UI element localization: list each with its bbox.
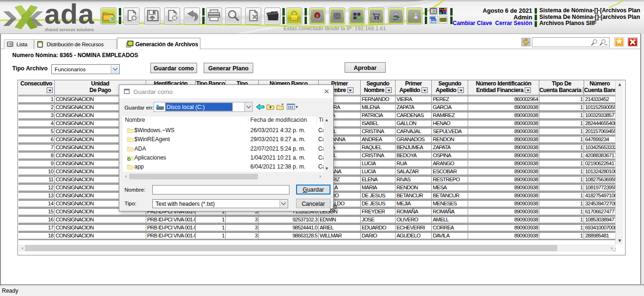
svg-text:$: $ bbox=[396, 13, 397, 16]
svg-text:$: $ bbox=[316, 14, 318, 18]
